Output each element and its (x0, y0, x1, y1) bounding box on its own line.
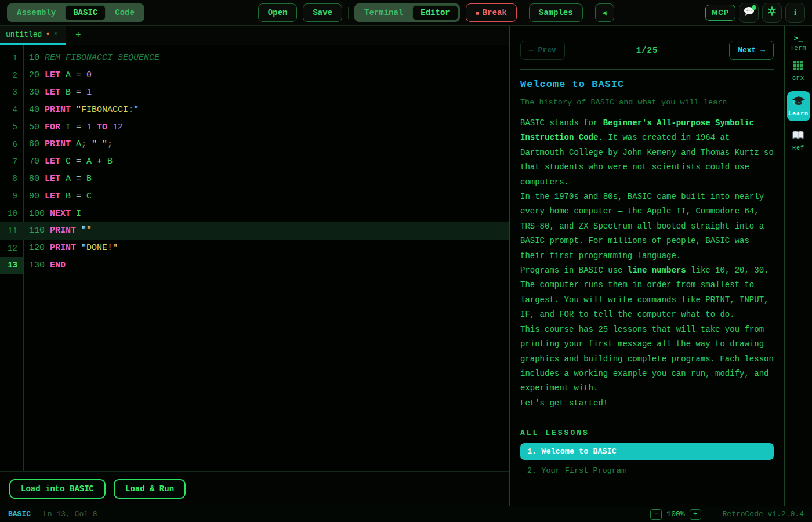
close-tab-icon[interactable]: × (53, 30, 57, 38)
rail-item-gfx[interactable]: GFX (792, 61, 804, 82)
code-line[interactable]: 110 REM FIBONACCI SEQUENCE (0, 49, 509, 67)
load-and-run-button[interactable]: Load & Run (114, 479, 186, 499)
rail-label: Term (790, 45, 806, 52)
divider (520, 420, 774, 420)
line-number: 2 (0, 67, 23, 84)
lang-tab-assembly[interactable]: Assembly (9, 5, 64, 20)
code-line-text[interactable]: 60 PRINT A; " "; (23, 139, 113, 149)
gear-icon (767, 6, 777, 19)
code-line-text[interactable]: 70 LET C = A + B (23, 157, 113, 166)
rail-label: GFX (792, 75, 804, 82)
rail-item-term[interactable]: >_ Term (790, 35, 806, 52)
lesson-subtitle: The history of BASIC and what you will l… (520, 98, 774, 107)
rail-label: Learn (788, 111, 809, 117)
left-triangle-icon: ◀ (603, 9, 607, 17)
tab-untitled[interactable]: untitled • × (0, 26, 66, 45)
lesson-paragraph: This course has 25 lessons that will tak… (520, 322, 774, 396)
code-line[interactable]: 11110 PRINT "" (0, 222, 509, 240)
settings-button[interactable] (762, 3, 782, 23)
toolbar-right-icons: MCP i (705, 3, 805, 23)
line-number: 12 (0, 240, 23, 257)
code-line-text[interactable]: 30 LET B = 1 (23, 88, 92, 97)
editor-actionbar: Load into BASIC Load & Run (0, 471, 509, 506)
open-button[interactable]: Open (258, 3, 298, 22)
new-tab-button[interactable]: + (66, 26, 90, 45)
code-line[interactable]: 550 FOR I = 1 TO 12 (0, 118, 509, 136)
next-lesson-button[interactable]: Next → (729, 41, 774, 60)
code-line-text[interactable]: 50 FOR I = 1 TO 12 (23, 122, 123, 132)
line-number: 9 (0, 187, 23, 205)
line-number: 3 (0, 84, 23, 102)
load-into-basic-button[interactable]: Load into BASIC (9, 479, 106, 499)
lesson-paragraph: Let's get started! (520, 396, 774, 411)
code-line-text[interactable]: 10 REM FIBONACCI SEQUENCE (23, 53, 160, 63)
zoom-level: 100% (666, 510, 684, 519)
line-number: 4 (0, 101, 23, 118)
code-editor[interactable]: 110 REM FIBONACCI SEQUENCE220 LET A = 03… (0, 45, 509, 471)
all-lessons-heading: ALL LESSONS (520, 429, 774, 437)
info-button[interactable]: i (785, 3, 805, 23)
lesson-body: BASIC stands for Beginner's All-purpose … (520, 116, 774, 411)
code-line-text[interactable]: 110 PRINT "" (23, 226, 92, 235)
save-button[interactable]: Save (303, 3, 342, 22)
line-number: 6 (0, 136, 23, 153)
code-line-text[interactable]: 130 END (23, 260, 66, 270)
prev-lesson-button[interactable]: ← Prev (520, 41, 565, 60)
code-line[interactable]: 990 LET B = C (0, 187, 509, 205)
rail-item-learn[interactable]: Learn (787, 91, 810, 121)
samples-button[interactable]: Samples (529, 3, 583, 22)
code-line[interactable]: 13130 END (0, 257, 509, 274)
editor-tabbar: untitled • × + (0, 26, 509, 45)
view-tab-editor[interactable]: Editor (412, 5, 458, 20)
retrocode-app: Assembly BASIC Code Open Save Terminal E… (0, 0, 812, 522)
toolbar-divider (589, 7, 589, 19)
app-version: RetroCode v1.2.0.4 (723, 510, 804, 519)
code-line-text[interactable]: 20 LET A = 0 (23, 70, 92, 80)
code-line-text[interactable]: 80 LET A = B (23, 174, 92, 184)
view-tab-terminal[interactable]: Terminal (356, 5, 411, 20)
divider (37, 510, 37, 519)
code-line[interactable]: 220 LET A = 0 (0, 67, 509, 84)
status-right: − 100% + RetroCode v1.2.0.4 (650, 509, 804, 520)
graduation-cap-icon (792, 96, 806, 109)
lesson-pager: ← Prev 1/25 Next → (520, 41, 774, 60)
toolbar-divider (523, 7, 523, 19)
code-line-text[interactable]: 40 PRINT "FIBONACCI:" (23, 105, 139, 115)
chat-button[interactable] (739, 3, 759, 23)
lesson-list-item[interactable]: 1. Welcome to BASIC (520, 443, 774, 460)
code-line[interactable]: 10100 NEXT I (0, 205, 509, 222)
divider (712, 510, 712, 519)
zoom-out-button[interactable]: − (650, 509, 662, 520)
zoom-in-button[interactable]: + (690, 509, 701, 520)
collapse-panel-button[interactable]: ◀ (595, 3, 614, 22)
lang-tab-code[interactable]: Code (107, 5, 143, 20)
rail-label: Ref (792, 145, 804, 151)
code-rows: 110 REM FIBONACCI SEQUENCE220 LET A = 03… (0, 49, 509, 274)
stop-square-icon: ■ (476, 10, 479, 17)
terminal-icon: >_ (794, 35, 803, 43)
view-switcher: Terminal Editor (354, 3, 460, 22)
code-line[interactable]: 770 LET C = A + B (0, 153, 509, 171)
code-line[interactable]: 12120 PRINT "DONE!" (0, 240, 509, 257)
code-line[interactable]: 330 LET B = 1 (0, 84, 509, 102)
modified-dot-icon: • (45, 30, 50, 39)
code-line[interactable]: 440 PRINT "FIBONACCI:" (0, 101, 509, 118)
rail-item-ref[interactable]: Ref (792, 130, 804, 151)
line-number: 11 (0, 222, 23, 240)
line-number: 1 (0, 49, 23, 67)
mcp-button[interactable]: MCP (705, 5, 735, 21)
code-line[interactable]: 880 LET A = B (0, 171, 509, 188)
lesson-pager-count: 1/25 (636, 46, 658, 55)
lesson-list-item[interactable]: 2. Your First Program (520, 462, 774, 479)
lang-tab-basic[interactable]: BASIC (65, 5, 106, 20)
code-line-text[interactable]: 90 LET B = C (23, 191, 92, 201)
cursor-position: Ln 13, Col 8 (43, 510, 97, 519)
code-line[interactable]: 660 PRINT A; " "; (0, 136, 509, 153)
code-line-text[interactable]: 120 PRINT "DONE!" (23, 243, 118, 253)
break-button[interactable]: ■Break (466, 3, 517, 22)
lesson-title: Welcome to BASIC (520, 79, 774, 90)
code-line-text[interactable]: 100 NEXT I (23, 209, 81, 219)
lesson-paragraph: BASIC stands for Beginner's All-purpose … (520, 116, 774, 190)
book-icon (792, 130, 804, 143)
line-number: 5 (0, 118, 23, 136)
